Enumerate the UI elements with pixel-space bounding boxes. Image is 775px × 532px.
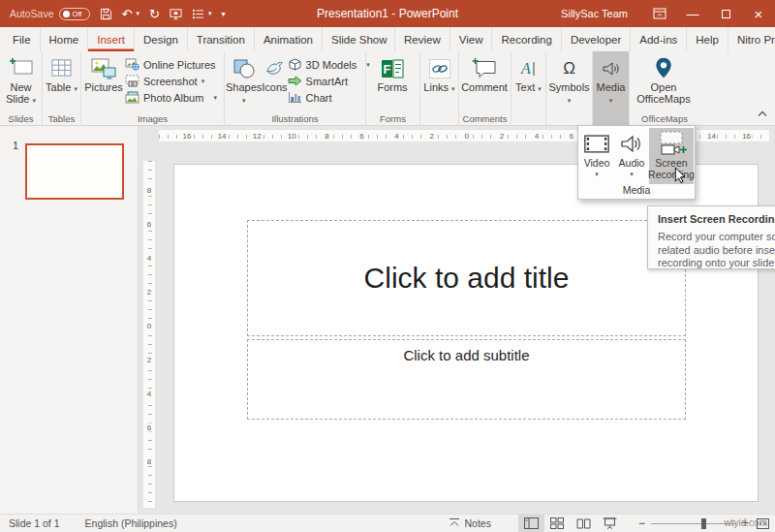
tab-home[interactable]: Home — [41, 27, 89, 51]
maximize-button[interactable] — [709, 0, 742, 27]
ruler-tick-label: 16 — [182, 132, 193, 141]
tab-transition[interactable]: Transition — [188, 27, 255, 51]
media-dropdown-menu: Video ▾ Audio ▾ Screen Recording Medi — [577, 125, 696, 200]
pictures-button[interactable]: Pictures — [82, 53, 125, 113]
notes-button[interactable]: Notes — [449, 517, 491, 529]
ribbon: New Slide ▾ Slides Table ▾ Tables Pictur… — [0, 51, 775, 126]
account-name[interactable]: SillySac Team — [561, 8, 628, 19]
redo-icon[interactable]: ↻ — [149, 8, 160, 20]
autosave-toggle[interactable]: AutoSave Off — [10, 8, 90, 20]
tab-add-ins[interactable]: Add-ins — [631, 27, 687, 51]
symbols-button[interactable]: Ω Symbols ▾ — [547, 53, 591, 113]
title-placeholder-text: Click to add title — [364, 262, 570, 295]
links-label: Links — [423, 81, 449, 93]
language-indicator[interactable]: English (Philippines) — [85, 517, 177, 529]
ruler-tick-label: 0 — [464, 132, 470, 141]
tab-design[interactable]: Design — [135, 27, 188, 51]
open-officemaps-button[interactable]: Open OfficeMaps — [631, 53, 697, 113]
tab-insert[interactable]: Insert — [88, 27, 135, 51]
caret-down-icon: ▾ — [74, 85, 78, 92]
subtitle-placeholder[interactable]: Click to add subtitle — [247, 339, 686, 420]
group-media: Media ▾ — [593, 51, 630, 125]
tab-view[interactable]: View — [450, 27, 493, 51]
watermark: wtyid.com — [725, 517, 767, 528]
online-pictures-button[interactable]: Online Pictures — [125, 57, 217, 73]
table-label: Table — [46, 81, 71, 93]
smartart-button[interactable]: SmartArt — [288, 74, 370, 89]
slide-thumbnail-panel: 1 — [0, 126, 139, 514]
slide-indicator[interactable]: Slide 1 of 1 — [9, 517, 60, 529]
caret-down-icon: ▾ — [630, 169, 634, 180]
comment-button[interactable]: Comment — [460, 53, 509, 113]
shapes-button[interactable]: Shapes ▾ — [226, 53, 262, 113]
tab-recording[interactable]: Recording — [492, 27, 561, 51]
powerpoint-window: AutoSave Off ↶▾ ↻ ▾ ▾ Presentation1 - Po… — [0, 0, 775, 532]
collapse-ribbon-icon[interactable] — [758, 104, 767, 121]
start-presentation-icon[interactable] — [170, 8, 182, 20]
zoom-slider-thumb[interactable] — [701, 518, 706, 529]
maximize-icon — [722, 10, 730, 18]
chart-button[interactable]: Chart — [288, 90, 370, 106]
caret-down-icon: ▾ — [568, 97, 572, 104]
undo-icon[interactable]: ↶ — [122, 8, 133, 20]
photo-album-label: Photo Album — [143, 92, 203, 104]
table-button[interactable]: Table ▾ — [44, 53, 79, 113]
autosave-switch-icon[interactable]: Off — [59, 8, 90, 20]
close-button[interactable]: × — [742, 0, 775, 27]
tab-help[interactable]: Help — [687, 27, 728, 51]
title-placeholder[interactable]: Click to add title — [247, 220, 686, 336]
icons-label: Icons — [262, 81, 287, 93]
open-officemaps-label: Open OfficeMaps — [636, 81, 690, 105]
ruler-tick-label: 4 — [146, 254, 152, 263]
slideshow-view-button[interactable] — [597, 515, 623, 532]
symbols-label: Symbols — [548, 81, 589, 93]
omega-icon: Ω — [563, 55, 575, 81]
tab-nitro-pro[interactable]: Nitro Pro — [728, 27, 775, 51]
screenshot-button[interactable]: Screenshot ▾ — [125, 74, 217, 89]
group-label-illustrations: Illustrations — [225, 113, 365, 124]
screenshot-icon — [125, 75, 140, 89]
photo-album-button[interactable]: Photo Album ▾ — [125, 90, 217, 106]
forms-button[interactable]: F Forms — [367, 53, 418, 113]
screen-recording-label: Screen Recording — [648, 157, 695, 180]
ruler-tick-label: 6 — [146, 423, 152, 432]
save-icon[interactable] — [100, 8, 112, 20]
ruler-tick-label: 0 — [146, 322, 152, 330]
caret-down-icon: ▾ — [538, 85, 542, 92]
3d-models-button[interactable]: 3D Models ▾ — [288, 57, 370, 73]
icons-button[interactable]: Icons — [262, 53, 287, 113]
undo-caret-icon[interactable]: ▾ — [136, 10, 140, 17]
new-slide-button[interactable]: New Slide ▾ — [1, 53, 41, 113]
tab-animation[interactable]: Animation — [255, 27, 323, 51]
tab-developer[interactable]: Developer — [562, 27, 631, 51]
text-button[interactable]: A Text ▾ — [512, 53, 544, 113]
tab-review[interactable]: Review — [395, 27, 450, 51]
notes-icon — [449, 517, 460, 529]
tooltip-line: Record your computer scree — [658, 231, 775, 244]
location-pin-icon — [655, 55, 672, 81]
ruler-tick-label: 6 — [146, 220, 152, 229]
tab-slide-show[interactable]: Slide Show — [323, 27, 395, 51]
screen-recording-menu-item[interactable]: Screen Recording — [649, 128, 694, 184]
normal-view-button[interactable] — [518, 515, 544, 532]
group-label-officemaps: OfficeMaps — [630, 113, 699, 124]
ribbon-display-options-icon[interactable] — [643, 0, 676, 27]
autosave-state: Off — [73, 10, 82, 18]
tab-file[interactable]: File — [4, 27, 41, 51]
slide-sorter-view-button[interactable] — [544, 515, 571, 532]
chart-label: Chart — [306, 92, 332, 104]
audio-menu-item[interactable]: Audio ▾ — [614, 128, 649, 184]
video-menu-item[interactable]: Video ▾ — [579, 128, 614, 184]
group-label-slides: Slides — [0, 113, 42, 124]
minimize-button[interactable]: — — [676, 0, 709, 27]
media-button[interactable]: Media ▾ — [594, 53, 628, 113]
slide-thumbnail[interactable] — [25, 143, 124, 200]
speaker-icon — [602, 55, 621, 81]
links-button[interactable]: Links ▾ — [421, 53, 457, 113]
ruler-tick-label: 14 — [706, 132, 717, 141]
ruler-tick-label: 2 — [499, 132, 505, 141]
links-icon — [428, 55, 451, 81]
reading-view-button[interactable] — [571, 515, 597, 532]
comment-label: Comment — [461, 81, 508, 93]
zoom-out-button[interactable]: − — [638, 516, 645, 530]
